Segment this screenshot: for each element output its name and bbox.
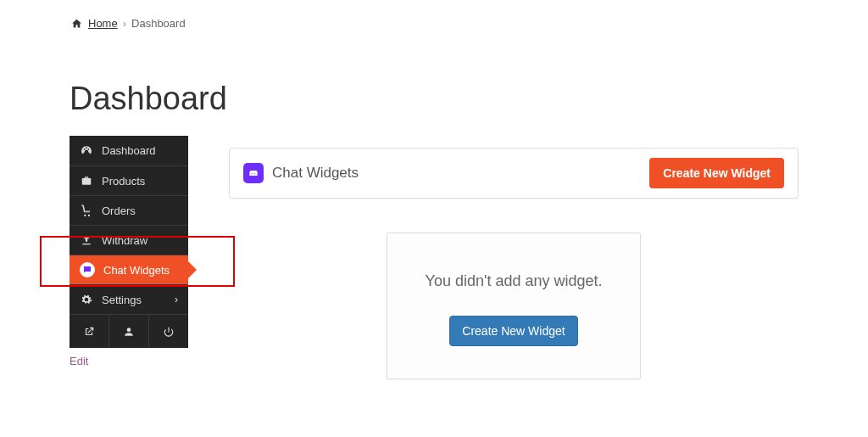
sidebar-bottom-bar [70,314,188,348]
sidebar-item-label: Settings [102,294,142,306]
sidebar-item-label: Products [102,175,145,188]
profile-button[interactable] [109,315,149,348]
cart-icon [80,204,93,216]
breadcrumb: Home › Dashboard [70,17,798,30]
upload-icon [80,234,93,246]
power-button[interactable] [149,315,188,348]
empty-state-message: You didn't add any widget. [404,272,623,290]
sidebar-item-orders[interactable]: Orders [70,195,188,225]
widgets-header-card: Chat Widgets Create New Widget [229,148,798,199]
breadcrumb-separator: › [123,17,126,30]
sidebar-item-label: Dashboard [102,144,156,157]
chevron-right-icon: › [175,294,178,305]
sidebar-item-chat-widgets[interactable]: Chat Widgets [70,255,188,284]
breadcrumb-current: Dashboard [131,17,186,30]
sidebar-item-withdraw[interactable]: Withdraw [70,225,188,255]
sidebar-item-label: Chat Widgets [103,264,170,277]
breadcrumb-home-link[interactable]: Home [88,17,118,30]
sidebar-item-label: Withdraw [102,234,147,247]
main-content: Chat Widgets Create New Widget You didn'… [229,136,798,379]
external-link-button[interactable] [70,315,109,348]
sidebar-item-dashboard[interactable]: Dashboard [70,136,188,165]
home-icon [70,18,83,29]
chat-icon [80,262,95,277]
gear-icon [80,294,93,305]
sidebar-item-products[interactable]: Products [70,165,188,195]
dashboard-icon [80,145,93,157]
create-widget-button-empty[interactable]: Create New Widget [449,316,577,346]
chat-widgets-icon [243,163,264,183]
empty-state-card: You didn't add any widget. Create New Wi… [387,233,641,379]
sidebar: Dashboard Products Orders [70,136,188,348]
briefcase-icon [80,175,93,187]
create-widget-button-top[interactable]: Create New Widget [649,158,784,188]
sidebar-item-label: Orders [102,204,136,217]
page-title: Dashboard [70,81,798,117]
edit-link[interactable]: Edit [70,355,188,367]
sidebar-item-settings[interactable]: Settings › [70,284,188,314]
widgets-header-title: Chat Widgets [272,165,359,182]
